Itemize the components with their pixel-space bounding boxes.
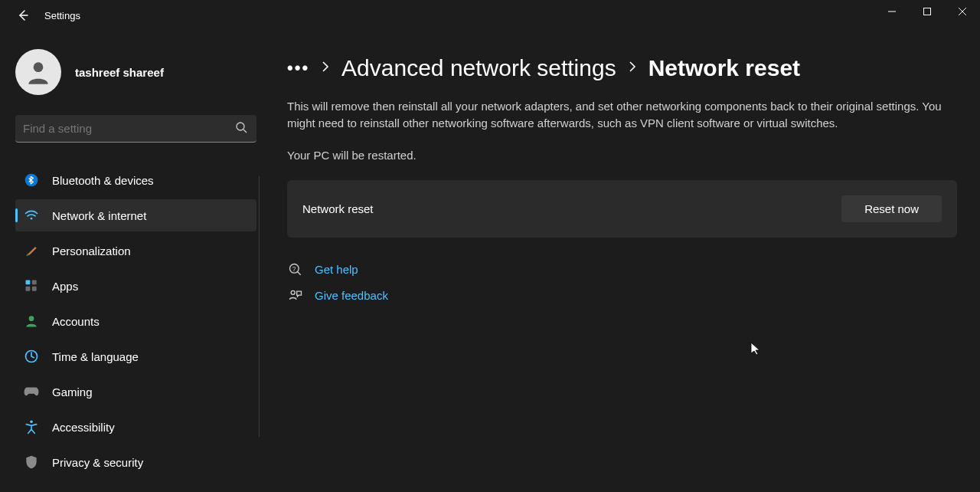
network-reset-card: Network reset Reset now: [287, 180, 957, 238]
feedback-icon: [287, 288, 304, 303]
user-block[interactable]: tashreef shareef: [15, 49, 256, 95]
get-help-link[interactable]: ? Get help: [287, 262, 957, 277]
chevron-right-icon: [629, 61, 636, 75]
app-title: Settings: [44, 10, 80, 21]
sidebar-item-label: Personalization: [52, 244, 131, 257]
close-button[interactable]: [945, 0, 980, 23]
sidebar-item-label: Accounts: [52, 315, 100, 328]
link-label: Get help: [315, 263, 358, 276]
main-content: ••• Advanced network settings Network re…: [256, 31, 980, 492]
shield-icon: [23, 454, 40, 471]
reset-now-button[interactable]: Reset now: [841, 195, 942, 222]
restart-note: Your PC will be restarted.: [287, 149, 957, 162]
svg-point-13: [29, 316, 34, 321]
svg-text:?: ?: [292, 264, 296, 272]
sidebar-item-time-language[interactable]: Time & language: [15, 340, 256, 372]
clock-globe-icon: [23, 348, 40, 365]
sidebar-item-personalization[interactable]: Personalization: [15, 235, 256, 267]
sidebar-item-accessibility[interactable]: Accessibility: [15, 411, 256, 443]
svg-rect-10: [32, 280, 37, 285]
sidebar-item-label: Time & language: [52, 350, 139, 363]
search-box[interactable]: [15, 115, 256, 143]
breadcrumb-current: Network reset: [648, 55, 800, 81]
svg-point-4: [34, 62, 44, 72]
sidebar-item-label: Bluetooth & devices: [52, 174, 154, 187]
search-icon: [235, 121, 249, 135]
minimize-button[interactable]: [874, 0, 910, 23]
breadcrumb: ••• Advanced network settings Network re…: [287, 55, 957, 81]
card-label: Network reset: [302, 202, 374, 215]
svg-point-8: [31, 218, 33, 220]
svg-point-18: [291, 290, 295, 294]
chevron-right-icon: [322, 61, 329, 75]
link-label: Give feedback: [315, 289, 388, 302]
mouse-cursor: [750, 342, 761, 359]
apps-icon: [23, 277, 40, 294]
gamepad-icon: [23, 383, 40, 400]
maximize-button[interactable]: [910, 0, 945, 23]
sidebar: tashreef shareef Bluetooth & devices Net…: [0, 31, 256, 492]
sidebar-item-label: Apps: [52, 280, 78, 293]
brush-icon: [23, 242, 40, 259]
svg-rect-11: [26, 287, 31, 291]
sidebar-item-apps[interactable]: Apps: [15, 270, 256, 302]
svg-point-15: [30, 421, 33, 424]
user-name: tashreef shareef: [75, 66, 164, 79]
help-icon: ?: [287, 262, 304, 277]
sidebar-item-bluetooth-devices[interactable]: Bluetooth & devices: [15, 164, 256, 196]
sidebar-item-accounts[interactable]: Accounts: [15, 305, 256, 337]
sidebar-item-label: Accessibility: [52, 421, 115, 434]
breadcrumb-parent[interactable]: Advanced network settings: [341, 55, 616, 81]
bluetooth-icon: [23, 172, 40, 189]
sidebar-item-label: Gaming: [52, 385, 93, 399]
avatar: [15, 49, 61, 95]
accessibility-icon: [23, 418, 40, 435]
sidebar-item-network-internet[interactable]: Network & internet: [15, 199, 256, 231]
svg-rect-1: [924, 8, 931, 15]
sidebar-divider: [259, 176, 260, 437]
back-button[interactable]: [15, 8, 31, 23]
sidebar-item-gaming[interactable]: Gaming: [15, 376, 256, 408]
svg-line-6: [243, 130, 247, 133]
description-text: This will remove then reinstall all your…: [287, 98, 953, 132]
breadcrumb-overflow[interactable]: •••: [287, 58, 309, 78]
sidebar-item-label: Privacy & security: [52, 456, 143, 469]
search-input[interactable]: [15, 115, 256, 142]
wifi-icon: [23, 207, 40, 224]
svg-point-5: [237, 123, 244, 130]
give-feedback-link[interactable]: Give feedback: [287, 288, 957, 303]
sidebar-item-privacy-security[interactable]: Privacy & security: [15, 446, 256, 478]
svg-rect-12: [32, 287, 37, 291]
svg-rect-9: [26, 280, 31, 285]
person-icon: [23, 313, 40, 330]
sidebar-item-label: Network & internet: [52, 209, 146, 222]
